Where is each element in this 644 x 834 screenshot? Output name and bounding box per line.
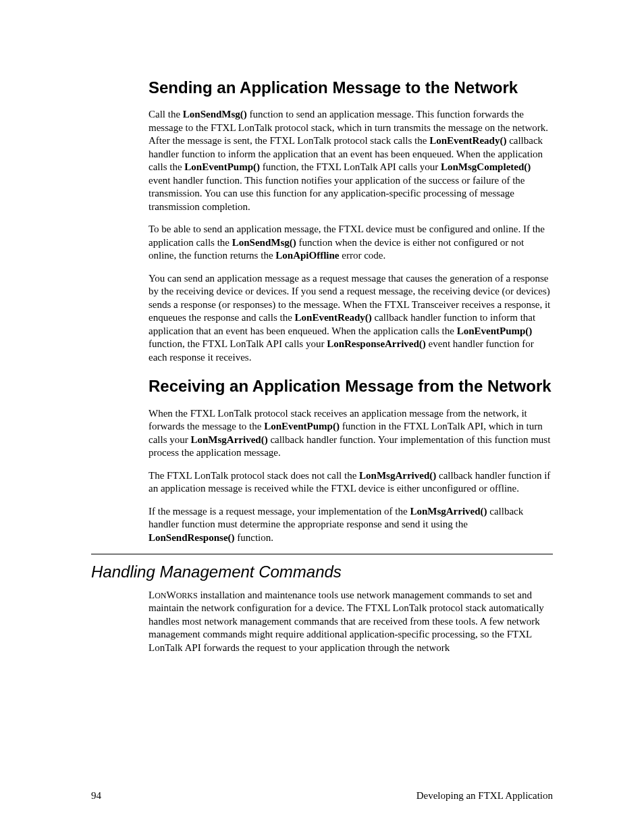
fn-lonsendmsg: LonSendMsg() [183,109,247,120]
text: function. [235,532,274,543]
content-block-1: Sending an Application Message to the Ne… [149,78,553,544]
heading-handling: Handling Management Commands [91,554,553,582]
para-5: The FTXL LonTalk protocol stack does not… [149,469,553,496]
text: If the message is a request message, you… [149,506,410,517]
fn-loneventpump: LonEventPump() [264,421,340,432]
fn-loneventpump: LonEventPump() [457,325,533,336]
fn-loneventready: LonEventReady() [295,312,372,323]
page-footer: 94 Developing an FTXL Application [91,790,553,802]
text: function, the FTXL LonTalk API calls you… [260,161,441,172]
const-lonapioffline: LonApiOffline [275,250,339,261]
fn-lonsendresponse: LonSendResponse() [149,532,235,543]
text: L [149,590,155,600]
content-block-2: LONWORKS installation and maintenance to… [149,589,553,655]
footer-title: Developing an FTXL Application [417,790,553,802]
text: Call the [149,109,183,120]
para-7: LONWORKS installation and maintenance to… [149,589,553,655]
fn-loneventready: LonEventReady() [429,135,506,146]
fn-lonmsgarrived: LonMsgArrived() [359,470,436,481]
para-6: If the message is a request message, you… [149,505,553,545]
fn-loneventpump: LonEventPump() [184,161,260,172]
text: ON [155,591,166,600]
text: function, the FTXL LonTalk API calls you… [149,338,327,349]
page-number: 94 [91,790,101,802]
para-3: You can send an application message as a… [149,272,553,365]
text: event handler function. This function no… [149,175,525,212]
fn-lonmsgcompleted: LonMsgCompleted() [441,161,531,172]
heading-sending: Sending an Application Message to the Ne… [149,78,553,97]
para-1: Call the LonSendMsg() function to send a… [149,108,553,213]
page: Sending an Application Message to the Ne… [0,0,644,834]
text: installation and maintenance tools use n… [149,590,544,653]
para-4: When the FTXL LonTalk protocol stack rec… [149,407,553,460]
text: W [167,590,176,600]
text: ORKS [176,591,198,600]
fn-lonmsgarrived: LonMsgArrived() [190,434,267,445]
para-2: To be able to send an application messag… [149,223,553,263]
heading-receiving: Receiving an Application Message from th… [149,376,553,396]
fn-lonsendmsg: LonSendMsg() [232,237,296,248]
fn-lonresponsearrived: LonResponseArrived() [327,338,426,349]
text: error code. [339,250,385,261]
fn-lonmsgarrived: LonMsgArrived() [410,506,487,517]
text: The FTXL LonTalk protocol stack does not… [149,470,359,481]
